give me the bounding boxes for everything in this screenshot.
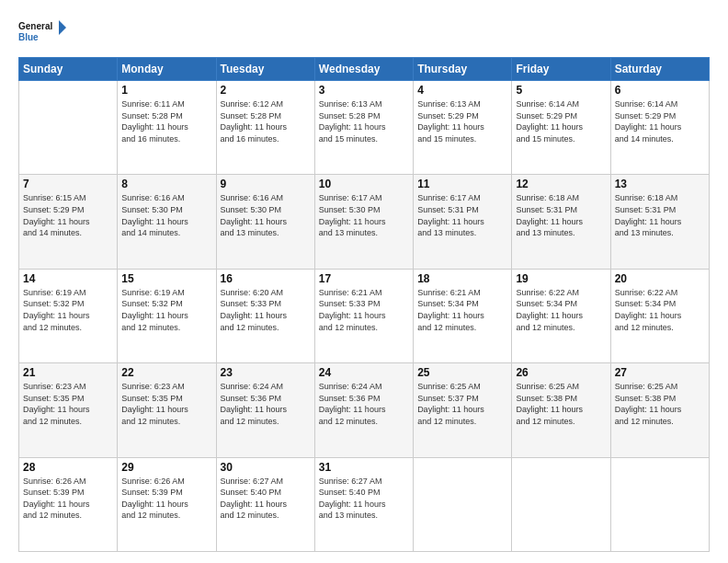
day-info: Sunrise: 6:23 AMSunset: 5:35 PMDaylight:…: [121, 381, 211, 427]
calendar-table: SundayMondayTuesdayWednesdayThursdayFrid…: [18, 57, 710, 552]
calendar-cell: 18Sunrise: 6:21 AMSunset: 5:34 PMDayligh…: [414, 269, 512, 362]
day-number: 26: [516, 366, 606, 379]
day-number: 11: [417, 178, 507, 190]
logo-svg: General Blue: [18, 17, 66, 50]
day-info: Sunrise: 6:17 AMSunset: 5:31 PMDaylight:…: [417, 192, 507, 238]
calendar-cell: 15Sunrise: 6:19 AMSunset: 5:32 PMDayligh…: [118, 269, 216, 362]
calendar-cell: 14Sunrise: 6:19 AMSunset: 5:32 PMDayligh…: [19, 269, 118, 362]
svg-marker-2: [59, 20, 66, 35]
day-info: Sunrise: 6:24 AMSunset: 5:36 PMDaylight:…: [221, 381, 311, 427]
calendar-cell: 2Sunrise: 6:12 AMSunset: 5:28 PMDaylight…: [216, 81, 314, 175]
day-number: 22: [121, 366, 211, 379]
calendar-cell: [19, 81, 118, 175]
weekday-header-wednesday: Wednesday: [314, 58, 413, 81]
weekday-header-monday: Monday: [118, 58, 216, 81]
weekday-header-friday: Friday: [512, 58, 610, 81]
calendar-cell: [610, 457, 709, 551]
day-number: 18: [417, 272, 507, 285]
day-number: 24: [319, 366, 409, 379]
calendar-cell: 7Sunrise: 6:15 AMSunset: 5:29 PMDaylight…: [19, 175, 118, 269]
calendar-cell: 6Sunrise: 6:14 AMSunset: 5:29 PMDaylight…: [610, 81, 709, 175]
day-number: 13: [615, 178, 705, 190]
calendar-cell: 3Sunrise: 6:13 AMSunset: 5:28 PMDaylight…: [314, 81, 413, 175]
calendar-cell: 1Sunrise: 6:11 AMSunset: 5:28 PMDaylight…: [118, 81, 216, 175]
day-number: 8: [121, 178, 211, 190]
calendar-page: General Blue SundayMondayTuesdayWednesda…: [0, 0, 728, 563]
day-info: Sunrise: 6:16 AMSunset: 5:30 PMDaylight:…: [121, 192, 211, 238]
day-info: Sunrise: 6:15 AMSunset: 5:29 PMDaylight:…: [23, 192, 113, 238]
day-info: Sunrise: 6:26 AMSunset: 5:39 PMDaylight:…: [121, 476, 211, 522]
day-number: 2: [221, 84, 311, 97]
day-number: 21: [23, 366, 113, 379]
calendar-cell: 20Sunrise: 6:22 AMSunset: 5:34 PMDayligh…: [610, 269, 709, 362]
day-info: Sunrise: 6:23 AMSunset: 5:35 PMDaylight:…: [23, 381, 113, 427]
calendar-cell: 25Sunrise: 6:25 AMSunset: 5:37 PMDayligh…: [414, 363, 512, 457]
calendar-cell: 12Sunrise: 6:18 AMSunset: 5:31 PMDayligh…: [512, 175, 610, 269]
calendar-cell: [512, 457, 610, 551]
day-info: Sunrise: 6:13 AMSunset: 5:28 PMDaylight:…: [319, 98, 409, 144]
day-info: Sunrise: 6:21 AMSunset: 5:33 PMDaylight:…: [319, 287, 409, 333]
weekday-header-saturday: Saturday: [610, 58, 709, 81]
week-row-4: 21Sunrise: 6:23 AMSunset: 5:35 PMDayligh…: [19, 363, 710, 457]
day-number: 27: [615, 366, 705, 379]
calendar-cell: 24Sunrise: 6:24 AMSunset: 5:36 PMDayligh…: [314, 363, 413, 457]
day-number: 14: [23, 272, 113, 285]
day-number: 16: [221, 272, 311, 285]
svg-text:Blue: Blue: [18, 32, 39, 42]
day-info: Sunrise: 6:13 AMSunset: 5:29 PMDaylight:…: [417, 98, 507, 144]
calendar-cell: 22Sunrise: 6:23 AMSunset: 5:35 PMDayligh…: [118, 363, 216, 457]
day-info: Sunrise: 6:22 AMSunset: 5:34 PMDaylight:…: [516, 287, 606, 333]
calendar-cell: 28Sunrise: 6:26 AMSunset: 5:39 PMDayligh…: [19, 457, 118, 551]
calendar-cell: 13Sunrise: 6:18 AMSunset: 5:31 PMDayligh…: [610, 175, 709, 269]
day-number: 4: [417, 84, 507, 97]
week-row-1: 1Sunrise: 6:11 AMSunset: 5:28 PMDaylight…: [19, 81, 710, 175]
day-number: 31: [319, 461, 409, 474]
week-row-2: 7Sunrise: 6:15 AMSunset: 5:29 PMDaylight…: [19, 175, 710, 269]
header: General Blue: [18, 17, 710, 50]
day-number: 12: [516, 178, 606, 190]
week-row-5: 28Sunrise: 6:26 AMSunset: 5:39 PMDayligh…: [19, 457, 710, 551]
weekday-header-sunday: Sunday: [19, 58, 118, 81]
day-info: Sunrise: 6:26 AMSunset: 5:39 PMDaylight:…: [23, 476, 113, 522]
day-number: 29: [121, 461, 211, 474]
day-number: 17: [319, 272, 409, 285]
day-number: 3: [319, 84, 409, 97]
day-number: 28: [23, 461, 113, 474]
calendar-cell: 19Sunrise: 6:22 AMSunset: 5:34 PMDayligh…: [512, 269, 610, 362]
day-info: Sunrise: 6:19 AMSunset: 5:32 PMDaylight:…: [23, 287, 113, 333]
day-info: Sunrise: 6:16 AMSunset: 5:30 PMDaylight:…: [221, 192, 311, 238]
weekday-header-thursday: Thursday: [414, 58, 512, 81]
weekday-header-tuesday: Tuesday: [216, 58, 314, 81]
day-info: Sunrise: 6:25 AMSunset: 5:37 PMDaylight:…: [417, 381, 507, 427]
day-number: 7: [23, 178, 113, 190]
day-number: 25: [417, 366, 507, 379]
day-info: Sunrise: 6:17 AMSunset: 5:30 PMDaylight:…: [319, 192, 409, 238]
weekday-header-row: SundayMondayTuesdayWednesdayThursdayFrid…: [19, 58, 710, 81]
day-info: Sunrise: 6:25 AMSunset: 5:38 PMDaylight:…: [615, 381, 705, 427]
logo: General Blue: [18, 17, 66, 50]
calendar-cell: 27Sunrise: 6:25 AMSunset: 5:38 PMDayligh…: [610, 363, 709, 457]
day-info: Sunrise: 6:14 AMSunset: 5:29 PMDaylight:…: [615, 98, 705, 144]
day-info: Sunrise: 6:25 AMSunset: 5:38 PMDaylight:…: [516, 381, 606, 427]
day-info: Sunrise: 6:14 AMSunset: 5:29 PMDaylight:…: [516, 98, 606, 144]
day-number: 10: [319, 178, 409, 190]
calendar-cell: 4Sunrise: 6:13 AMSunset: 5:29 PMDaylight…: [414, 81, 512, 175]
day-info: Sunrise: 6:27 AMSunset: 5:40 PMDaylight:…: [221, 476, 311, 522]
day-info: Sunrise: 6:20 AMSunset: 5:33 PMDaylight:…: [221, 287, 311, 333]
day-number: 9: [221, 178, 311, 190]
day-info: Sunrise: 6:12 AMSunset: 5:28 PMDaylight:…: [221, 98, 311, 144]
calendar-cell: 16Sunrise: 6:20 AMSunset: 5:33 PMDayligh…: [216, 269, 314, 362]
calendar-cell: 31Sunrise: 6:27 AMSunset: 5:40 PMDayligh…: [314, 457, 413, 551]
calendar-cell: 29Sunrise: 6:26 AMSunset: 5:39 PMDayligh…: [118, 457, 216, 551]
day-number: 5: [516, 84, 606, 97]
calendar-cell: 10Sunrise: 6:17 AMSunset: 5:30 PMDayligh…: [314, 175, 413, 269]
day-info: Sunrise: 6:11 AMSunset: 5:28 PMDaylight:…: [121, 98, 211, 144]
day-number: 15: [121, 272, 211, 285]
svg-text:General: General: [18, 21, 52, 31]
day-info: Sunrise: 6:18 AMSunset: 5:31 PMDaylight:…: [615, 192, 705, 238]
day-number: 23: [221, 366, 311, 379]
day-number: 19: [516, 272, 606, 285]
day-number: 20: [615, 272, 705, 285]
calendar-cell: 26Sunrise: 6:25 AMSunset: 5:38 PMDayligh…: [512, 363, 610, 457]
calendar-cell: 23Sunrise: 6:24 AMSunset: 5:36 PMDayligh…: [216, 363, 314, 457]
